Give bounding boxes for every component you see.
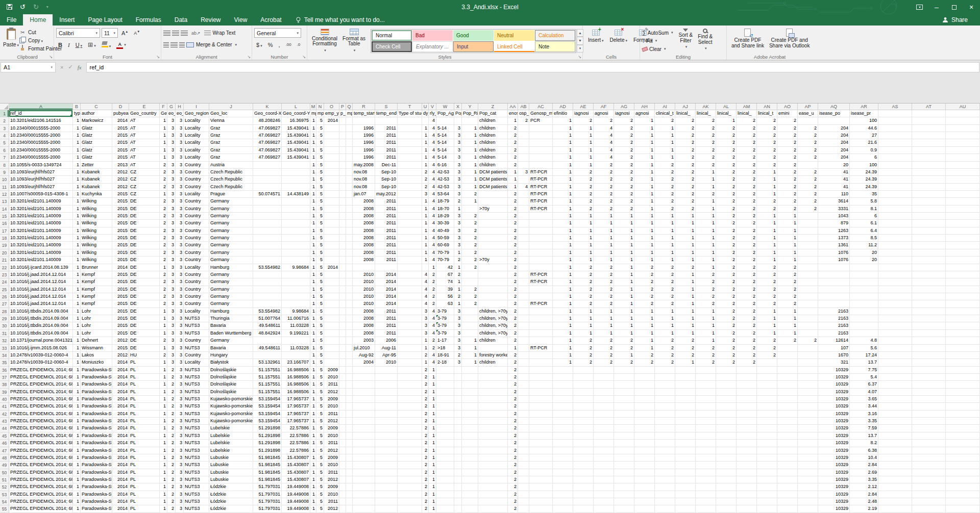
cell-AH16[interactable]: 1: [634, 220, 655, 227]
cell-AT15[interactable]: [912, 213, 946, 220]
cell-AL16[interactable]: 2: [716, 220, 737, 227]
cell-G20[interactable]: 3: [167, 249, 176, 256]
cell-Z38[interactable]: [478, 381, 508, 388]
cell-AN50[interactable]: [757, 469, 777, 476]
cell-Q7[interactable]: [346, 154, 353, 161]
cell-AK33[interactable]: 2: [696, 345, 716, 352]
cell-U29[interactable]: 3: [422, 315, 429, 322]
cell-AA7[interactable]: 2: [508, 154, 518, 161]
cell-K1[interactable]: Geo_coord-X: [253, 110, 282, 117]
cell-AP41[interactable]: [798, 403, 818, 410]
cell-K18[interactable]: [253, 235, 282, 242]
cell-W54[interactable]: [436, 498, 454, 505]
cell-A42[interactable]: PRZEGL EPIDEMIOL 2014; 68: 4: [9, 411, 73, 418]
cell-N43[interactable]: 5: [316, 418, 324, 425]
cell-AO54[interactable]: [777, 498, 798, 505]
cell-AD23[interactable]: 1: [553, 271, 573, 278]
cell-AN5[interactable]: 2: [757, 139, 777, 146]
cell-AL34[interactable]: 2: [716, 352, 737, 359]
cell-X23[interactable]: 2: [454, 271, 462, 278]
cell-AQ12[interactable]: 110: [818, 191, 850, 198]
cell-O7[interactable]: [324, 154, 339, 161]
cell-B52[interactable]: 1: [73, 483, 81, 491]
cell-R33[interactable]: jul.2010: [353, 345, 375, 352]
cell-AR6[interactable]: 0.9: [850, 147, 878, 154]
cell-AD38[interactable]: [553, 381, 573, 388]
cell-P42[interactable]: [339, 411, 346, 418]
cell-AT10[interactable]: [912, 176, 946, 183]
cell-AK49[interactable]: [696, 461, 716, 469]
cell-AO53[interactable]: [777, 491, 798, 498]
cell-Y21[interactable]: 2: [462, 256, 478, 264]
col-header-X[interactable]: X: [454, 104, 462, 110]
cell-S3[interactable]: 2011: [375, 125, 398, 132]
cell-J22[interactable]: Hamburg: [209, 264, 253, 271]
cell-R18[interactable]: 2008: [353, 235, 375, 242]
cell-I37[interactable]: NUTS3: [184, 374, 209, 381]
cell-T24[interactable]: [398, 278, 422, 286]
cell-B6[interactable]: 1: [73, 147, 81, 154]
cell-W40[interactable]: [436, 396, 454, 403]
cell-AU26[interactable]: [946, 293, 980, 300]
cell-AO43[interactable]: [777, 418, 798, 425]
cell-Z34[interactable]: forestry workers: [478, 352, 508, 359]
cell-V14[interactable]: 4: [429, 206, 436, 213]
cell-F49[interactable]: 1: [160, 461, 167, 469]
cell-AI16[interactable]: 1: [655, 220, 675, 227]
cell-AF18[interactable]: 1: [594, 235, 614, 242]
cell-I1[interactable]: Geo_region: [184, 110, 209, 117]
cell-M15[interactable]: 1: [310, 213, 316, 220]
cell-R16[interactable]: 2008: [353, 220, 375, 227]
cell-AL54[interactable]: [716, 498, 737, 505]
cell-AH17[interactable]: 1: [634, 227, 655, 235]
col-header-AT[interactable]: AT: [912, 104, 946, 110]
col-header-AI[interactable]: AI: [655, 104, 675, 110]
cell-O5[interactable]: [324, 139, 339, 146]
cell-AB8[interactable]: [518, 162, 529, 169]
cell-X34[interactable]: 2: [454, 352, 462, 359]
cell-Y33[interactable]: 1: [462, 345, 478, 352]
cell-X29[interactable]: 3: [454, 315, 462, 322]
row-header-13[interactable]: 13: [0, 198, 9, 205]
cell-AM9[interactable]: 2: [737, 169, 757, 176]
cell-AE23[interactable]: 2: [573, 271, 594, 278]
cell-AU15[interactable]: [946, 213, 980, 220]
cell-D24[interactable]: 2015: [112, 278, 129, 286]
row-header-33[interactable]: 33: [0, 345, 9, 352]
cell-AI21[interactable]: 1: [655, 256, 675, 264]
cell-K45[interactable]: 51.291898: [253, 432, 282, 440]
cell-W49[interactable]: [436, 461, 454, 469]
cell-AN6[interactable]: 2: [757, 147, 777, 154]
share-button[interactable]: Share: [942, 14, 980, 25]
cell-G33[interactable]: 3: [167, 345, 176, 352]
cell-C29[interactable]: Lohr: [81, 315, 112, 322]
cell-AB40[interactable]: [518, 396, 529, 403]
cell-AG18[interactable]: 1: [614, 235, 634, 242]
cell-L30[interactable]: 11.03228: [282, 322, 310, 329]
row-header-55[interactable]: 55: [0, 505, 9, 512]
cell-AO18[interactable]: 1: [777, 235, 798, 242]
cell-AS42[interactable]: [878, 411, 912, 418]
cell-I46[interactable]: NUTS3: [184, 440, 209, 447]
cell-AR51[interactable]: 3.35: [850, 476, 878, 483]
cell-Y38[interactable]: [462, 381, 478, 388]
cell-D15[interactable]: 2015: [112, 213, 129, 220]
cell-N37[interactable]: 5: [316, 374, 324, 381]
cell-AN16[interactable]: 1: [757, 220, 777, 227]
save-icon[interactable]: [7, 0, 12, 14]
cell-AI13[interactable]: 2: [655, 198, 675, 205]
cell-AE45[interactable]: [573, 432, 594, 440]
cell-AD1[interactable]: efinitio: [553, 110, 573, 117]
cell-AK14[interactable]: 1: [696, 206, 716, 213]
cell-AR54[interactable]: 2.48: [850, 498, 878, 505]
cell-AN40[interactable]: [757, 396, 777, 403]
cell-AL41[interactable]: [716, 403, 737, 410]
cell-AG49[interactable]: [614, 461, 634, 469]
cell-AS41[interactable]: [878, 403, 912, 410]
cell-B48[interactable]: 1: [73, 454, 81, 461]
cell-AU32[interactable]: [946, 337, 980, 344]
cell-AU51[interactable]: [946, 476, 980, 483]
cell-AJ6[interactable]: 2: [675, 147, 696, 154]
cell-U25[interactable]: 4: [422, 286, 429, 293]
cell-Q19[interactable]: [346, 242, 353, 249]
